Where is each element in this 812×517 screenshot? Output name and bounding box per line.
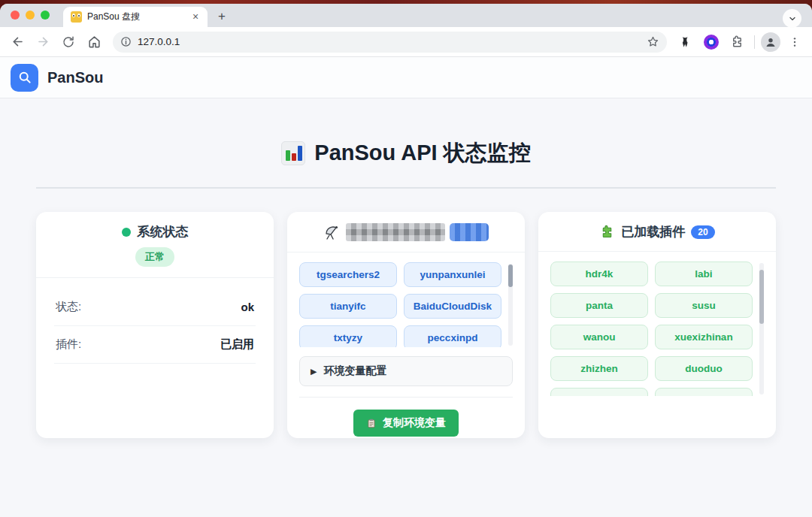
copy-env-button[interactable]: 复制环境变量: [353, 410, 459, 437]
status-badge: 正常: [135, 247, 174, 267]
channel-list[interactable]: tgsearchers2yunpanxunleitianyifcBaiduClo…: [299, 262, 513, 347]
tab-strip: PanSou 盘搜 × +: [0, 4, 812, 27]
tab-title: PanSou 盘搜: [87, 11, 184, 23]
site-header: PanSou: [0, 57, 812, 98]
channel-chip[interactable]: yunpanxunlei: [404, 262, 501, 287]
tab-search-button[interactable]: [783, 9, 801, 28]
status-dot-icon: [122, 228, 131, 237]
plugins-header: 已加载插件 20: [538, 212, 776, 252]
forward-button[interactable]: [32, 31, 54, 53]
page-title-row: PanSou API 状态监控: [0, 138, 812, 168]
status-row: 状态: ok: [54, 289, 256, 326]
bar-chart-icon: [281, 141, 305, 165]
profile-icon: [764, 35, 777, 49]
env-config-label: 环境变量配置: [323, 364, 386, 378]
plugin-chip[interactable]: susu: [655, 293, 753, 318]
plugin-chip[interactable]: panta: [550, 293, 648, 318]
page-title: PanSou API 状态监控: [314, 138, 530, 168]
plugin-chip[interactable]: [655, 388, 753, 396]
cards-row: 系统状态 正常 状态: ok 插件: 已启用: [36, 212, 776, 438]
channels-header: [287, 212, 525, 252]
plugin-chip[interactable]: [550, 388, 648, 396]
close-window-button[interactable]: [11, 11, 20, 20]
back-icon: [11, 35, 25, 49]
redacted-count-badge-mosaic: [450, 223, 489, 241]
kebab-menu-icon: [789, 36, 801, 48]
home-button[interactable]: [83, 31, 105, 53]
plugins-title: 已加载插件: [621, 223, 685, 240]
bookmark-star-icon[interactable]: [647, 35, 659, 48]
status-label: 状态:: [56, 300, 81, 314]
redacted-title-mosaic: [346, 223, 445, 241]
channels-divider: [299, 397, 513, 398]
plugins-value: 已启用: [220, 337, 254, 352]
tab-close-icon[interactable]: ×: [189, 11, 201, 23]
url-text[interactable]: 127.0.0.1: [138, 36, 641, 47]
site-info-icon[interactable]: [120, 36, 132, 47]
browser-menu-button[interactable]: [783, 31, 806, 53]
copy-env-label: 复制环境变量: [383, 416, 446, 430]
browser-tab[interactable]: PanSou 盘搜 ×: [63, 7, 208, 27]
browser-window: PanSou 盘搜 × + 127.0.0.1: [0, 4, 812, 517]
forward-icon: [36, 35, 50, 49]
system-status-body: 状态: ok 插件: 已启用: [36, 278, 274, 364]
toolbar-separator: [754, 35, 755, 49]
site-logo[interactable]: [11, 64, 38, 92]
extensions-button[interactable]: [726, 31, 748, 53]
plugin-chip[interactable]: hdr4k: [550, 262, 648, 286]
brand-name: PanSou: [47, 69, 103, 86]
tab-favicon: [71, 11, 82, 23]
home-icon: [87, 35, 102, 49]
extension-icon-2[interactable]: [700, 31, 723, 53]
system-status-title: 系统状态: [138, 223, 189, 240]
status-value: ok: [241, 301, 254, 313]
extension-icon-1[interactable]: [674, 31, 697, 53]
reload-button[interactable]: [57, 31, 80, 53]
plugin-chip[interactable]: duoduo: [655, 356, 753, 381]
plugin-list[interactable]: hdr4klabipantasusuwanouxuexizhinanzhizhe…: [550, 262, 764, 396]
chevron-down-icon: [788, 14, 797, 23]
traffic-lights: [11, 11, 50, 20]
clipboard-icon: [366, 418, 377, 429]
env-config-expander[interactable]: ▶ 环境变量配置: [299, 356, 513, 386]
plugin-chip[interactable]: zhizhen: [550, 356, 648, 381]
channel-chip[interactable]: peccxinpd: [404, 325, 501, 347]
satellite-dish-icon: [323, 223, 341, 241]
plugins-card: 已加载插件 20 hdr4klabipantasusuwanouxuexizhi…: [538, 212, 776, 438]
plugins-row: 插件: 已启用: [54, 326, 256, 364]
channel-scrollbar-thumb[interactable]: [508, 265, 513, 287]
extensions-puzzle-icon: [730, 35, 744, 49]
profile-avatar[interactable]: [761, 32, 780, 52]
search-icon: [17, 70, 32, 85]
channel-chip[interactable]: txtyzy: [299, 325, 397, 347]
channels-card: tgsearchers2yunpanxunleitianyifcBaiduClo…: [287, 212, 525, 438]
puzzle-piece-icon: [599, 224, 615, 240]
plugin-scrollbar-thumb[interactable]: [759, 270, 764, 324]
browser-toolbar: 127.0.0.1: [0, 27, 812, 57]
plugins-label: 插件:: [56, 337, 81, 352]
new-tab-button[interactable]: +: [212, 7, 232, 26]
title-divider: [36, 187, 776, 189]
system-status-header: 系统状态 正常: [36, 212, 274, 278]
extension-1-glyph-icon: [678, 35, 693, 50]
channel-chip[interactable]: tgsearchers2: [299, 262, 397, 287]
plugins-count-badge: 20: [691, 225, 714, 239]
page-content: PanSou PanSou API 状态监控 系统状态 正常: [0, 57, 812, 517]
zoom-window-button[interactable]: [41, 11, 50, 20]
reload-icon: [62, 35, 75, 49]
channel-chip[interactable]: tianyifc: [299, 294, 397, 319]
expander-arrow-icon: ▶: [311, 367, 317, 376]
channel-chip[interactable]: BaiduCloudDisk: [404, 294, 501, 319]
extension-2-glyph-icon: [704, 35, 719, 50]
plugin-grid: hdr4klabipantasusuwanouxuexizhinanzhizhe…: [550, 262, 753, 396]
minimize-window-button[interactable]: [26, 11, 35, 20]
system-status-card: 系统状态 正常 状态: ok 插件: 已启用: [36, 212, 274, 438]
plugin-chip[interactable]: xuexizhinan: [655, 325, 753, 349]
channel-grid: tgsearchers2yunpanxunleitianyifcBaiduClo…: [299, 262, 501, 347]
plugin-chip[interactable]: labi: [655, 262, 753, 286]
address-bar[interactable]: 127.0.0.1: [113, 32, 667, 53]
plugin-chip[interactable]: wanou: [550, 325, 648, 349]
back-button[interactable]: [6, 31, 29, 53]
